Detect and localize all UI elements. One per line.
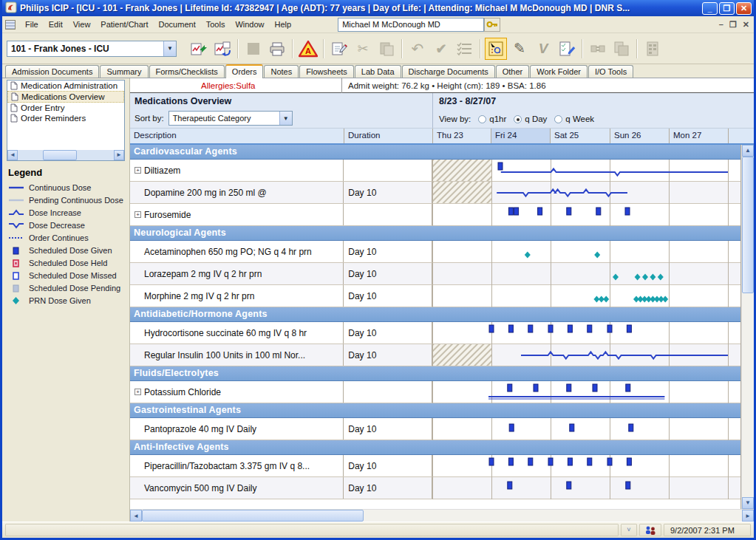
medication-row: +Diltiazem [130,160,740,182]
medication-description[interactable]: +Furosemide [130,204,344,225]
column-header-description[interactable]: Description [130,129,344,143]
menu-edit[interactable]: Edit [44,18,68,31]
medication-timeline[interactable] [432,204,740,225]
scroll-up-icon[interactable]: ▲ [742,145,754,157]
legend-item-line-dotted: Order Continues [8,231,129,244]
tab-notes[interactable]: Notes [264,65,299,78]
medication-timeline[interactable] [432,241,740,262]
tree-scroll-thumb[interactable] [43,150,77,160]
allergy-alert-icon[interactable]: A [297,38,319,60]
restore-button[interactable]: ❐ [719,2,735,15]
horizontal-scrollbar[interactable]: ◄ ► [130,509,754,522]
patient-select[interactable]: 101 - Frank Jones - ICU ▼ [7,41,177,57]
medication-description[interactable]: Dopamine 200 mg in 250 ml @ [130,182,344,203]
medication-timeline[interactable] [432,455,740,476]
medication-description[interactable]: Regular Insulin 100 Units in 100 ml Nor.… [130,344,344,366]
medication-description[interactable]: +Potassium Chloride [130,381,344,403]
tab-orders[interactable]: Orders [225,64,264,78]
nav-item-order-reminders[interactable]: Order Reminders [7,113,124,123]
medication-timeline[interactable] [432,418,740,440]
tab-work-folder[interactable]: Work Folder [530,65,588,78]
medication-timeline[interactable] [432,322,740,344]
tab-flowsheets[interactable]: Flowsheets [299,65,354,78]
medication-timeline[interactable] [432,182,740,203]
child-restore-icon[interactable]: ❐ [729,20,737,30]
tab-admission-documents[interactable]: Admission Documents [5,65,99,78]
column-header-sat-25[interactable]: Sat 25 [551,129,610,143]
column-header-row: DescriptionDurationThu 23Fri 24Sat 25Sun… [130,129,754,143]
sort-by-select[interactable]: Therapeutic Category ▼ [168,111,293,126]
medication-description[interactable]: Morphine 2 mg IV q 2 hr prn [130,285,344,307]
medication-description[interactable]: Pantoprazole 40 mg IV Daily [130,418,344,440]
nav-item-medications-overview[interactable]: Medications Overview [7,91,124,103]
acknowledge-chart-icon[interactable] [188,38,210,60]
medication-description[interactable]: Lorazepam 2 mg IV q 2 hr prn [130,263,344,284]
status-chevron-icon[interactable]: ˅ [621,524,637,536]
scroll-left-icon[interactable]: ◄ [7,150,18,160]
medication-description[interactable]: Vancomycin 500 mg IV Daily [130,477,344,499]
attending-user-field[interactable]: Michael M McDonough MD [338,18,484,32]
column-header-fri-24[interactable]: Fri 24 [491,129,551,143]
minimize-button[interactable]: _ [702,2,718,15]
tab-summary[interactable]: Summary [100,65,148,78]
radio-q-week[interactable]: q Week [554,115,594,123]
medication-description[interactable]: Piperacillin/Tazobactam 3.375 gm IV q 8.… [130,455,344,476]
medication-description[interactable]: +Diltiazem [130,160,344,181]
menu-patient-chart[interactable]: Patient/Chart [95,18,153,31]
nav-item-order-entry[interactable]: Order Entry [7,103,124,113]
document-icon [10,103,18,112]
tree-scrollbar[interactable]: ◄ ► [7,150,124,160]
menu-tools[interactable]: Tools [201,18,231,31]
key-icon[interactable] [484,18,500,32]
menu-view[interactable]: View [68,18,96,31]
expand-icon[interactable]: + [134,167,141,174]
verify-icon[interactable]: V [532,38,554,60]
child-close-icon[interactable]: ✕ [743,20,749,30]
medication-timeline[interactable] [432,344,740,366]
tab-discharge-documents[interactable]: Discharge Documents [402,65,495,78]
menu-help[interactable]: Help [270,18,297,31]
note-edit-icon[interactable] [556,38,578,60]
tab-i-o-tools[interactable]: I/O Tools [588,65,633,78]
medication-timeline[interactable] [432,285,740,307]
medication-timeline[interactable] [432,381,740,403]
column-header-sun-26[interactable]: Sun 26 [610,129,670,143]
h-scroll-thumb[interactable] [142,510,364,522]
vertical-scrollbar[interactable]: ▲ ▼ [741,145,754,509]
medication-timeline[interactable] [432,263,740,284]
menu-document[interactable]: Document [154,18,201,31]
edit-chart-icon[interactable] [328,38,350,60]
medication-description[interactable]: Acetaminophen 650 mg PO; NG q 4 hr prn [130,241,344,262]
scroll-right-icon[interactable]: ► [742,510,754,522]
radio-q-day[interactable]: q Day [514,115,547,123]
close-button[interactable]: ✕ [736,2,752,15]
expand-icon[interactable]: + [134,211,141,218]
v-scroll-thumb[interactable] [742,157,754,293]
radio-q1hr[interactable]: q1hr [478,115,506,123]
medication-row: +Furosemide [130,204,740,226]
child-minimize-icon[interactable]: – [719,20,723,29]
column-header-thu-23[interactable]: Thu 23 [433,129,491,143]
route-chart-icon[interactable] [211,38,234,60]
sign-icon[interactable]: ✎ [508,38,531,60]
tab-lab-data[interactable]: Lab Data [355,65,401,78]
expand-icon[interactable]: + [134,389,141,395]
legend-item-diamond: PRN Dose Given [8,294,129,307]
tab-forms-checklists[interactable]: Forms/Checklists [149,65,225,78]
medication-timeline[interactable] [432,477,740,499]
nav-item-medication-administration[interactable]: Medication Administration [7,81,124,91]
medication-timeline[interactable] [432,160,740,181]
column-header-mon-27[interactable]: Mon 27 [670,129,729,143]
menu-file[interactable]: File [20,18,44,31]
column-header-duration[interactable]: Duration [344,129,433,143]
child-window-icon[interactable] [5,20,16,30]
scroll-left-icon[interactable]: ◄ [130,510,142,522]
scroll-down-icon[interactable]: ▼ [742,497,754,509]
scroll-right-icon[interactable]: ► [114,150,124,160]
menu-window[interactable]: Window [230,18,269,31]
print-icon[interactable] [266,38,288,60]
tab-other[interactable]: Other [496,65,530,78]
med-calendar-icon[interactable] [485,38,507,60]
medication-description[interactable]: Hydrocortisone succinate 60 mg IV q 8 hr [130,322,344,344]
census-icon [641,38,664,60]
